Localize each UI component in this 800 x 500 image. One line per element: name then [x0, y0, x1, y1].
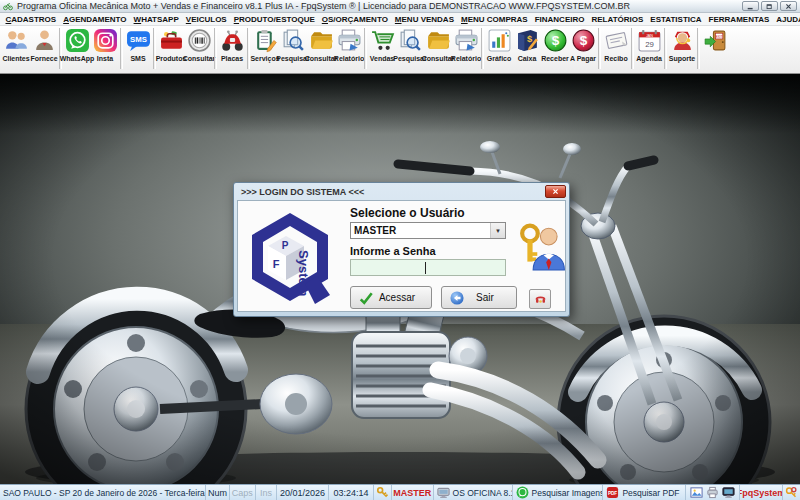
folder-icon: [426, 28, 451, 53]
toolbar-button-a-pagar[interactable]: $ A Pagar: [569, 27, 597, 63]
sms-icon: SMS: [126, 28, 151, 53]
login-dialog-title: >>> LOGIN DO SISTEMA <<<: [237, 187, 545, 197]
close-icon: [785, 3, 792, 10]
svg-text:SMS: SMS: [130, 35, 147, 44]
svg-text:$: $: [551, 33, 559, 48]
search-images-button[interactable]: Pesquisar Imagens: [513, 485, 604, 500]
menu-item-whatsapp[interactable]: WHATSAPP: [130, 15, 182, 24]
menu-item-cadastros[interactable]: CADASTROS: [2, 15, 60, 24]
login-dialog-titlebar: >>> LOGIN DO SISTEMA <<<: [237, 183, 566, 200]
status-location-date: SAO PAULO - SP 20 de Janeiro de 2026 - T…: [0, 485, 206, 500]
toolbar-button-exit-door-icon[interactable]: EXIT: [701, 27, 729, 54]
svg-text:EXIT: EXIT: [715, 35, 722, 39]
exit-button[interactable]: Sair: [441, 286, 517, 309]
menu-item-os-or-amento[interactable]: OS/ORÇAMENTO: [318, 15, 391, 24]
login-dialog-body: P F System Selecione o Usuário MASTER ▼ …: [237, 200, 566, 312]
menu-item-estatistica[interactable]: ESTATISTICA: [647, 15, 705, 24]
status-num-lock: Num: [206, 485, 230, 500]
menu-item-menu-compras[interactable]: MENU COMPRAS: [457, 15, 531, 24]
clients-icon: [4, 28, 29, 53]
user-select-label: Selecione o Usuário: [350, 206, 465, 220]
printer-small-icon[interactable]: [706, 486, 719, 499]
minimize-icon: [747, 3, 754, 10]
minimize-button[interactable]: [742, 1, 759, 11]
svg-text:PDF: PDF: [608, 491, 617, 496]
toolbar-button-relat-rio[interactable]: Relatório: [335, 27, 363, 63]
toolbar-button-relat-rio[interactable]: Relatório: [452, 27, 480, 63]
menu-item-menu-vendas[interactable]: MENU VENDAS: [391, 15, 457, 24]
image-small-icon[interactable]: [690, 486, 703, 499]
maximize-button[interactable]: [761, 1, 778, 11]
exit-door-icon: EXIT: [703, 28, 728, 53]
search-pdf-button[interactable]: PDF Pesquisar PDF: [603, 485, 686, 500]
status-user-key: [374, 485, 392, 500]
toolbar-button-caixa[interactable]: $ Caixa: [513, 27, 541, 63]
toolbar-button-recibo[interactable]: Recibo: [602, 27, 630, 63]
barcode-icon: [187, 28, 212, 53]
instagram-icon: [93, 28, 118, 53]
maximize-icon: [766, 3, 773, 10]
toolbar-button-servi-os[interactable]: Serviços: [251, 27, 279, 63]
menu-item-ferramentas[interactable]: FERRAMENTAS: [705, 15, 773, 24]
password-label: Informe a Senha: [350, 245, 436, 257]
monitor-small-icon[interactable]: [722, 486, 735, 499]
toolbar-button-fornece[interactable]: Fornece: [30, 27, 58, 63]
menu-item-veiculos[interactable]: VEICULOS: [182, 15, 230, 24]
user-select[interactable]: MASTER ▼: [350, 222, 506, 239]
menu-item-agendamento[interactable]: AGENDAMENTO: [60, 15, 130, 24]
search-docs-icon: [281, 28, 306, 53]
menu-item-ajuda[interactable]: AJUDA: [773, 15, 800, 24]
toolbar-button-sms[interactable]: SMS SMS: [124, 27, 152, 63]
toolbar-button-whatsapp[interactable]: WhatsApp: [63, 27, 91, 63]
status-insert: Ins: [256, 485, 278, 500]
menu-item-financeiro[interactable]: FINANCEIRO: [531, 15, 588, 24]
toolbar-button-gr-fico[interactable]: Gráfico: [485, 27, 513, 63]
whatsapp-icon: [65, 28, 90, 53]
svg-text:29: 29: [645, 40, 654, 49]
access-button[interactable]: Acessar: [350, 286, 432, 309]
menu-item-relat-rios[interactable]: RELATÓRIOS: [588, 15, 647, 24]
svg-text:$: $: [526, 34, 532, 44]
toolbar-button-consultar[interactable]: Consultar: [424, 27, 452, 63]
svg-text:F: F: [273, 258, 280, 270]
close-button[interactable]: [780, 1, 797, 11]
toolbar: Clientes Fornece WhatsApp Insta SMS SMS …: [0, 26, 800, 74]
toolbar-button-vendas[interactable]: Vendas: [368, 27, 396, 63]
calendar-icon: JAN29: [637, 28, 662, 53]
window-title: Programa Oficina Mecânica Moto + Vendas …: [17, 1, 738, 11]
services-icon: [253, 28, 278, 53]
toolbar-button-placas[interactable]: Placas: [218, 27, 246, 63]
toolbar-button-receber[interactable]: $ Receber: [541, 27, 569, 63]
dialog-close-button[interactable]: [545, 185, 566, 198]
support-icon: [670, 28, 695, 53]
main-area: >>> LOGIN DO SISTEMA <<< P F System Sele…: [0, 74, 800, 484]
pdf-small-icon: PDF: [606, 486, 619, 499]
toolbar-button-consultar[interactable]: Consultar: [185, 27, 213, 63]
support-dial-button[interactable]: [529, 289, 551, 309]
statusbar: SAO PAULO - SP 20 de Janeiro de 2026 - T…: [0, 484, 800, 500]
chevron-down-icon[interactable]: ▼: [490, 223, 505, 238]
back-icon: [450, 291, 464, 305]
keys-small-icon: [785, 486, 798, 499]
password-input[interactable]: [350, 259, 506, 276]
menu-item-produto-estoque[interactable]: PRODUTO/ESTOQUE: [230, 15, 318, 24]
toolbar-button-suporte[interactable]: Suporte: [668, 27, 696, 63]
pay-money-icon: $: [571, 28, 596, 53]
toolbar-button-pesquisar[interactable]: Pesquisar: [396, 27, 424, 63]
toolbar-button-agenda[interactable]: JAN29 Agenda: [635, 27, 663, 63]
svg-text:P: P: [282, 240, 289, 251]
phone-support-icon: [534, 293, 547, 306]
toolbar-button-clientes[interactable]: Clientes: [2, 27, 30, 63]
toolbar-button-pesquisar[interactable]: Pesquisar: [279, 27, 307, 63]
user-select-value: MASTER: [351, 225, 490, 236]
moto-app-icon: [3, 1, 13, 11]
printer-icon: [454, 28, 479, 53]
toolbar-separator: [214, 28, 217, 69]
status-brand: FpqSystem: [740, 485, 784, 500]
toolbar-button-produtos[interactable]: Produtos: [157, 27, 185, 63]
toolbar-button-insta[interactable]: Insta: [91, 27, 119, 63]
toolbar-button-consultar[interactable]: Consultar: [307, 27, 335, 63]
status-caps-lock: Caps: [230, 485, 256, 500]
folder-icon: [309, 28, 334, 53]
motorcycle-icon: [220, 28, 245, 53]
